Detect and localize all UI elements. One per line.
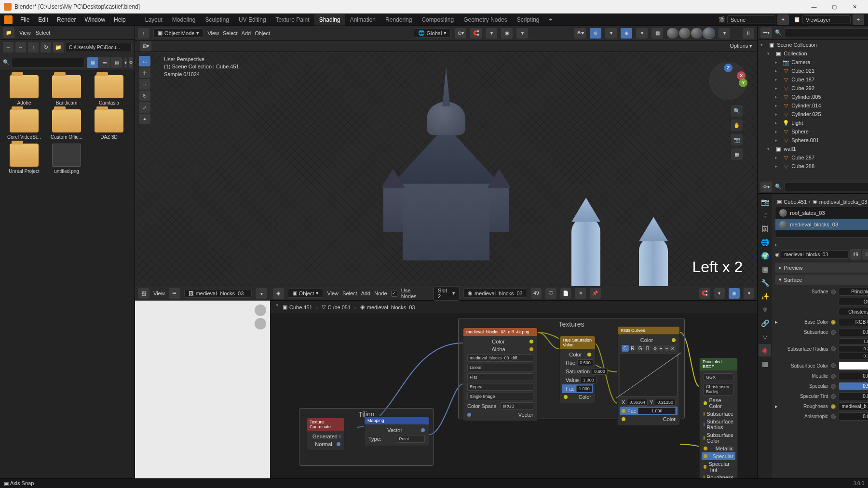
- ws-geonodes[interactable]: Geometry Nodes: [459, 14, 512, 26]
- shading-matprev[interactable]: [691, 28, 703, 39]
- tree-item[interactable]: ▸ ▽ Cube.187 ▽ 👁📷: [758, 75, 868, 84]
- shading-wireframe[interactable]: [667, 28, 678, 39]
- tree-item[interactable]: ▸ ▽ Cube.021 ▽ 👁📷: [758, 66, 868, 75]
- filter-button[interactable]: ⚙: [129, 57, 133, 68]
- image-dropdown[interactable]: 🖼 medieval_blocks_03: [184, 289, 252, 298]
- props-type-icon[interactable]: ⚙▾: [760, 182, 772, 192]
- tree-item[interactable]: ▸ ▽ Cube.292 ▽ 👁📷: [758, 84, 868, 92]
- scene-name-input[interactable]: [727, 15, 775, 24]
- crumb-obj[interactable]: Cube.451: [784, 199, 807, 205]
- image-canvas[interactable]: [135, 301, 270, 478]
- ws-compositing[interactable]: Compositing: [417, 14, 459, 26]
- tree-item[interactable]: ▸ ▽ Cube.287 👁📷: [758, 153, 868, 162]
- nav-back-button[interactable]: ←: [3, 42, 14, 53]
- tree-item[interactable]: ▸ ▽ Cylinder.005 ▽ 👁📷: [758, 92, 868, 101]
- ws-animation[interactable]: Animation: [345, 14, 380, 26]
- tree-item[interactable]: ▸ ▽ Cylinder.025 ▽ 👁📷: [758, 110, 868, 119]
- tab-render[interactable]: 📷: [759, 196, 771, 208]
- tree-item[interactable]: ▸ 💡 Light 👁📷: [758, 119, 868, 127]
- menu-edit[interactable]: Edit: [34, 14, 52, 25]
- node-mapping[interactable]: Mapping Vector Type:Point: [364, 416, 429, 446]
- specular-link-icon[interactable]: [831, 384, 836, 389]
- orientation-dropdown[interactable]: 🌐 Global ▾: [414, 28, 451, 38]
- node-hsv[interactable]: Hue Saturation Value Color Hue0.500 Satu…: [559, 336, 596, 403]
- 3d-viewport[interactable]: ▭ ✛ ↔ ↻ ⤢ ✦ User Perspective (1) Scene C…: [135, 52, 757, 286]
- gizmo-z-axis[interactable]: Z: [724, 64, 732, 72]
- mat-name-input[interactable]: medieval_blocks_03: [781, 251, 849, 259]
- display-detail-button[interactable]: ▤: [111, 57, 122, 68]
- spectint-link-icon[interactable]: [831, 394, 836, 399]
- tree-item[interactable]: ▸ ▽ Sphere ▽ 👁📷: [758, 127, 868, 136]
- crumb-material[interactable]: ◉ medieval_blocks_03: [360, 304, 415, 310]
- tab-output[interactable]: 🖨: [759, 209, 771, 222]
- img-browse-icon[interactable]: ▾: [256, 288, 267, 299]
- subsurface-input[interactable]: 0.000: [839, 328, 868, 336]
- snap-button[interactable]: 🧲: [470, 28, 482, 39]
- selectability-dropdown[interactable]: ⊞▾: [140, 41, 151, 52]
- ne-select[interactable]: Select: [342, 290, 357, 296]
- material-unlink-icon[interactable]: ✕: [575, 288, 586, 299]
- nav-pan-icon[interactable]: ✋: [731, 119, 743, 131]
- folder-unreal[interactable]: Unreal Project: [5, 144, 43, 174]
- shader-editor-type-icon[interactable]: ◉: [273, 288, 284, 299]
- spectint-input[interactable]: 0.000: [839, 392, 868, 400]
- pause-button[interactable]: ⏸: [743, 28, 754, 39]
- scene-new-button[interactable]: +: [777, 14, 789, 25]
- editor-type-viewport-icon[interactable]: ↕: [138, 28, 149, 39]
- viewlayer-input[interactable]: [802, 15, 851, 24]
- basecolor-input[interactable]: RGB Curves: [839, 318, 868, 326]
- shader-dropdown[interactable]: Principled BSDF: [839, 288, 868, 296]
- ne-node[interactable]: Node: [374, 290, 387, 296]
- overlay-toggle[interactable]: ◉: [621, 28, 632, 39]
- panel-preview[interactable]: ▸Preview: [775, 263, 868, 273]
- ws-scripting[interactable]: Scripting: [512, 14, 544, 26]
- ws-texpaint[interactable]: Texture Paint: [271, 14, 314, 26]
- menu-window[interactable]: Window: [81, 14, 109, 25]
- use-nodes-checkbox[interactable]: [391, 290, 397, 297]
- nav-up-button[interactable]: ↑: [28, 42, 39, 53]
- nav-refresh-button[interactable]: ↻: [41, 42, 51, 53]
- curve-zoom-out-icon[interactable]: −: [664, 345, 669, 352]
- tab-viewlayer[interactable]: 🖼: [759, 223, 771, 235]
- shader-type-dropdown[interactable]: ▣ Object ▾: [288, 289, 324, 298]
- file-untitled[interactable]: untitled.png: [47, 144, 86, 174]
- xray-toggle[interactable]: ▦: [651, 28, 663, 39]
- proportional-button[interactable]: ◉: [501, 28, 513, 39]
- vp-add[interactable]: Add: [242, 30, 251, 36]
- nav-zoom-icon[interactable]: 🔍: [731, 105, 743, 117]
- minimize-button[interactable]: —: [804, 0, 824, 13]
- nav-perspective-icon[interactable]: ▦: [731, 148, 743, 160]
- menu-help[interactable]: Help: [110, 14, 130, 25]
- img-mode-icon[interactable]: ☰: [169, 288, 180, 299]
- ne-snap-icon[interactable]: 🧲: [699, 288, 710, 299]
- curve-tools-icon[interactable]: ⚙: [652, 345, 658, 352]
- outliner-search[interactable]: [785, 28, 868, 37]
- shading-rendered[interactable]: [703, 28, 715, 39]
- mat-users-count[interactable]: 49: [850, 249, 861, 260]
- curve-c[interactable]: C: [622, 345, 629, 352]
- node-canvas[interactable]: Textures medieval_blocks_03_diff_4k.png …: [270, 314, 757, 478]
- image-editor-type-icon[interactable]: 🖼: [138, 288, 149, 299]
- tool-cursor[interactable]: ✛: [139, 67, 150, 78]
- tab-data[interactable]: ▽: [759, 330, 771, 343]
- pivot-dropdown[interactable]: ⊙▾: [455, 28, 466, 39]
- ws-modeling[interactable]: Modeling: [167, 14, 201, 26]
- editor-type-icon[interactable]: 📁: [3, 27, 14, 38]
- panel-surface[interactable]: ▾Surface: [775, 275, 868, 285]
- ws-sculpting[interactable]: Sculpting: [201, 14, 234, 26]
- folder-camtasia[interactable]: Camtasia: [90, 75, 128, 106]
- tree-item[interactable]: ▸ ▽ Sphere.001 ▽ 👁📷: [758, 136, 868, 145]
- node-texcoord[interactable]: Texture Coordinate Generated Normal: [306, 418, 345, 450]
- img-zoom-icon[interactable]: [255, 304, 266, 316]
- display-list-button[interactable]: ☰: [99, 57, 110, 68]
- nav-forward-button[interactable]: →: [15, 42, 26, 53]
- crumb-expand-icon[interactable]: ˅: [276, 304, 279, 310]
- folder-bandicam[interactable]: Bandicam: [47, 75, 86, 106]
- slot-dropdown[interactable]: Slot 2 ▾: [434, 286, 460, 301]
- aniso-input[interactable]: 0.000: [839, 412, 868, 421]
- mat-slot-2[interactable]: medieval_blocks_03: [775, 219, 868, 230]
- subsurf-method-dropdown[interactable]: Christensen-Burley: [839, 308, 868, 316]
- mat-expand[interactable]: ▸: [775, 242, 781, 247]
- tree-collection-wall[interactable]: ▾ ▣ wall1 👁📷: [758, 145, 868, 153]
- vp-select[interactable]: Select: [223, 30, 238, 36]
